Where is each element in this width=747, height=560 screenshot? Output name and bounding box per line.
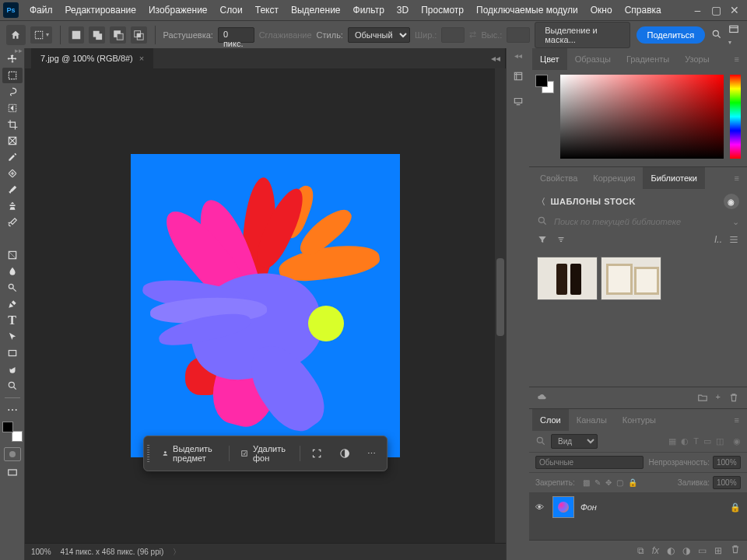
rectangle-tool[interactable]	[2, 345, 23, 361]
lock-position-icon[interactable]: ✥	[605, 478, 612, 487]
layers-panel-menu-icon[interactable]: ≡	[730, 415, 744, 425]
minimize-button[interactable]: ‒	[688, 2, 707, 18]
delete-layer-icon[interactable]	[730, 544, 741, 557]
layer-row[interactable]: 👁 Фон 🔒	[529, 493, 747, 521]
filter-toggle-icon[interactable]: ◉	[733, 436, 741, 446]
eyedropper-tool[interactable]	[2, 149, 23, 165]
color-panel-menu-icon[interactable]: ≡	[730, 54, 744, 64]
menu-window[interactable]: Окно	[584, 0, 619, 20]
menu-3d[interactable]: 3D	[391, 0, 415, 20]
props-panel-menu-icon[interactable]: ≡	[730, 173, 744, 183]
library-back-icon[interactable]: 〈	[537, 196, 546, 208]
layer-fx-icon[interactable]: fx	[652, 545, 659, 556]
filter-pixel-icon[interactable]: ▦	[668, 436, 676, 446]
canvas[interactable]	[131, 154, 400, 457]
tool-preset-button[interactable]: ▾	[30, 26, 52, 44]
filter-icon[interactable]	[537, 234, 548, 247]
subtract-selection-icon[interactable]	[110, 26, 126, 44]
filter-adjust-icon[interactable]: ◐	[681, 436, 689, 446]
add-selection-icon[interactable]	[89, 26, 105, 44]
new-group-icon[interactable]: ▭	[698, 545, 707, 556]
share-button[interactable]: Поделиться	[637, 26, 706, 44]
rail-icon-2[interactable]	[510, 93, 527, 110]
menu-edit[interactable]: Редактирование	[59, 0, 142, 20]
lib-add-icon[interactable]: +	[716, 392, 721, 404]
tab-adjustments[interactable]: Коррекция	[585, 167, 643, 189]
menu-plugins[interactable]: Подключаемые модули	[470, 0, 584, 20]
library-asset-2[interactable]	[601, 257, 661, 300]
hue-slider[interactable]	[730, 75, 741, 159]
blur-tool[interactable]	[2, 264, 23, 279]
cloud-icon[interactable]	[537, 392, 548, 404]
menu-layers[interactable]: Слои	[214, 0, 249, 20]
layer-lock-icon[interactable]: 🔒	[730, 502, 741, 513]
crop-tool[interactable]	[2, 117, 23, 132]
menu-help[interactable]: Справка	[619, 0, 668, 20]
lib-trash-icon[interactable]	[728, 392, 739, 404]
close-tab-icon[interactable]: ×	[139, 54, 144, 63]
history-brush-tool[interactable]	[2, 215, 23, 230]
tab-gradients[interactable]: Градиенты	[619, 48, 677, 70]
edit-toolbar-icon[interactable]: ⋯	[2, 402, 23, 418]
tab-swatches[interactable]: Образцы	[567, 48, 619, 70]
search-icon[interactable]	[711, 29, 722, 41]
menu-filter[interactable]: Фильтр	[347, 0, 391, 20]
style-select[interactable]: Обычный	[348, 27, 410, 43]
select-subject-button[interactable]: Выделить предмет	[154, 439, 226, 467]
new-layer-icon[interactable]: ⊞	[714, 545, 722, 556]
marquee-tool[interactable]	[2, 68, 23, 83]
layer-mask-icon[interactable]: ◐	[667, 545, 675, 556]
rail-collapse-icon[interactable]: ◂◂	[514, 51, 522, 60]
view-mode-2-icon[interactable]	[728, 234, 739, 247]
lock-all-icon[interactable]: 🔒	[628, 478, 637, 487]
more-options-icon[interactable]: ⋯	[359, 444, 384, 464]
gradient-tool[interactable]	[2, 247, 23, 263]
rail-icon-1[interactable]	[510, 68, 527, 85]
color-field[interactable]	[560, 75, 724, 159]
layer-visibility-icon[interactable]: 👁	[535, 502, 546, 512]
foreground-background-colors[interactable]	[2, 422, 23, 442]
path-selection-tool[interactable]	[2, 329, 23, 345]
zoom-level[interactable]: 100%	[31, 548, 51, 556]
fill-input[interactable]	[713, 476, 741, 489]
eraser-tool[interactable]	[2, 231, 23, 247]
transform-icon[interactable]	[303, 443, 330, 464]
select-and-mask-button[interactable]: Выделение и маска...	[535, 22, 630, 48]
new-adjustment-icon[interactable]: ◑	[682, 545, 690, 556]
healing-brush-tool[interactable]	[2, 166, 23, 181]
quick-mask-button[interactable]	[4, 447, 21, 461]
tab-patterns[interactable]: Узоры	[677, 48, 717, 70]
move-tool[interactable]	[2, 51, 23, 67]
menu-view[interactable]: Просмотр	[415, 0, 470, 20]
tab-channels[interactable]: Каналы	[569, 409, 615, 431]
sort-icon[interactable]	[556, 234, 566, 247]
hand-tool[interactable]	[2, 362, 23, 377]
home-button[interactable]	[6, 25, 26, 45]
library-search-input[interactable]	[554, 217, 726, 226]
brush-tool[interactable]	[2, 182, 23, 198]
pen-tool[interactable]	[2, 296, 23, 312]
opacity-input[interactable]	[713, 456, 741, 469]
layer-filter-search-icon[interactable]	[535, 436, 546, 448]
user-avatar-icon[interactable]: ◉	[724, 194, 739, 209]
close-window-button[interactable]: ✕	[725, 2, 744, 18]
dodge-tool[interactable]	[2, 280, 23, 296]
lock-paint-icon[interactable]: ✎	[594, 478, 601, 487]
taskbar-drag-handle[interactable]	[147, 445, 149, 462]
lock-transparency-icon[interactable]: ▩	[583, 478, 590, 487]
library-asset-1[interactable]	[537, 257, 598, 300]
maximize-button[interactable]: ▢	[707, 2, 725, 18]
link-layers-icon[interactable]: ⧉	[637, 545, 644, 556]
filter-shape-icon[interactable]: ▭	[703, 436, 711, 446]
canvas-viewport[interactable]: Выделить предмет Удалить фон ⋯	[25, 68, 506, 543]
filter-smart-icon[interactable]: ◫	[716, 436, 724, 446]
intersect-selection-icon[interactable]	[131, 26, 147, 44]
document-tab[interactable]: 7.jpg @ 100% (RGB/8#) ×	[31, 48, 153, 68]
tab-color[interactable]: Цвет	[532, 48, 567, 70]
clone-stamp-tool[interactable]	[2, 198, 23, 214]
adjustment-icon[interactable]	[331, 443, 358, 464]
menu-text[interactable]: Текст	[249, 0, 285, 20]
view-mode-1-icon[interactable]: I..	[714, 234, 722, 247]
tab-layers[interactable]: Слои	[532, 409, 569, 431]
layer-thumbnail[interactable]	[552, 496, 574, 518]
